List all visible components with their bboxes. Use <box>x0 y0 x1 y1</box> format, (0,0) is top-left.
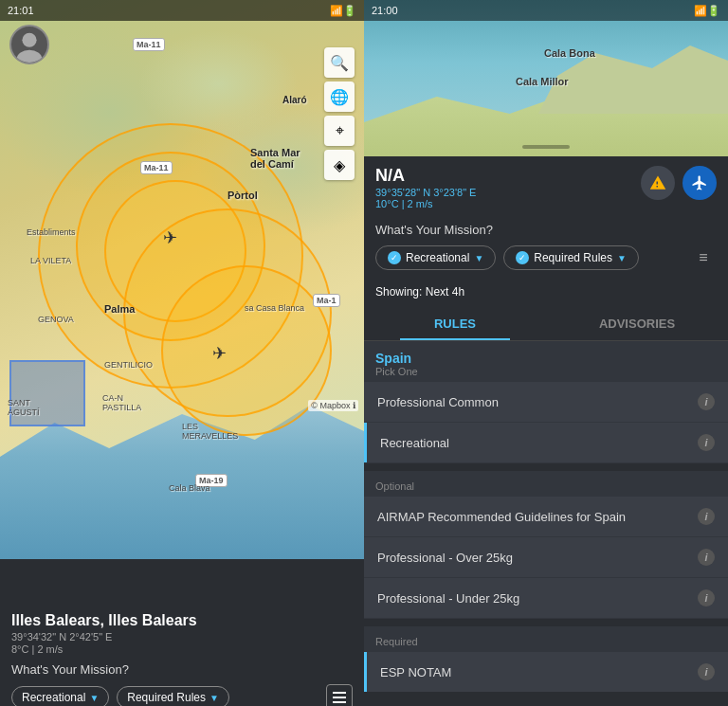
chevron-down-icon-right1: ▼ <box>474 253 483 263</box>
city-alaro: Alaró <box>282 95 307 105</box>
label-lesmeravelles: LESMERAVELLES <box>182 422 238 441</box>
info-icon-esp-notam[interactable]: i <box>698 663 715 680</box>
tab-advisories[interactable]: ADVISORIES <box>546 307 728 340</box>
optional-section-header: Optional <box>364 471 728 496</box>
rule-label-esp-notam: ESP NOTAM <box>380 665 451 679</box>
info-icon-over25[interactable]: i <box>698 549 715 566</box>
left-coords: 39°34'32" N 2°42'5" E <box>11 631 353 643</box>
road-label-ma11-2: Ma-11 <box>140 161 173 174</box>
tabs-bar: RULES ADVISORIES <box>364 307 728 341</box>
label-gentilicio: GENTILICIO <box>104 360 153 370</box>
zone-circle-5 <box>161 265 332 436</box>
left-rules-dropdown[interactable]: Required Rules ▼ <box>117 686 229 706</box>
rule-label-professional-common: Professional Common <box>377 395 499 409</box>
svg-point-0 <box>22 33 36 47</box>
rule-item-professional-over25[interactable]: Professional - Over 25kg i <box>364 537 728 577</box>
hamburger-line-3 <box>333 701 346 703</box>
road-label-ma11-3: Ma-1 <box>313 294 340 307</box>
right-status-icons: 📶🔋 <box>694 5 720 17</box>
rule-label-professional-under25: Professional - Under 25kg <box>377 591 519 606</box>
rule-item-esp-notam[interactable]: ESP NOTAM i <box>364 652 728 692</box>
rule-item-professional-common[interactable]: Professional Common i <box>364 382 728 422</box>
section-divider-2 <box>364 619 728 626</box>
chevron-down-icon-1: ▼ <box>89 693 99 703</box>
map-toolbar: 🔍 🌐 ⌖ ◈ <box>324 47 355 180</box>
location-header: N/A 39°35'28" N 3°23'8" E 10°C | 2 m/s <box>364 156 728 217</box>
chevron-down-icon-right2: ▼ <box>617 253 627 263</box>
city-portol: Pòrtol <box>228 190 258 201</box>
left-location-name: Illes Balears, Illes Balears <box>11 612 353 629</box>
left-status-icons: 📶🔋 <box>330 5 356 17</box>
map-handle <box>522 145 570 149</box>
mapbox-attribution: © Mapbox ℹ <box>308 400 358 411</box>
label-calablava: Cala Blava <box>169 483 210 493</box>
chevron-down-icon-2: ▼ <box>209 693 219 703</box>
layers-btn[interactable]: ◈ <box>324 150 355 180</box>
label-canpastilla: CA-NPASTILLA <box>102 393 141 412</box>
spain-country-label: Spain <box>375 351 717 366</box>
right-content: N/A 39°35'28" N 3°23'8" E 10°C | 2 m/s W… <box>364 156 728 706</box>
info-icon-under25[interactable]: i <box>698 589 715 606</box>
pill-check-icon: ✓ <box>388 251 401 264</box>
right-weather: 10°C | 2 m/s <box>375 198 476 209</box>
rule-label-professional-over25: Professional - Over 25kg <box>377 551 513 565</box>
label-sacasablanca: sa Casa Blanca <box>245 303 304 313</box>
globe-btn[interactable]: 🌐 <box>324 81 355 112</box>
left-time: 21:01 <box>8 5 34 16</box>
tab-rules[interactable]: RULES <box>364 307 546 340</box>
label-genova: GENOVA <box>38 315 74 324</box>
section-divider-1 <box>364 463 728 471</box>
road-label-ma11-1: Ma-11 <box>133 38 165 51</box>
right-map-preview: 21:00 📶🔋 Cala Bona Cala Millor <box>364 0 728 156</box>
label-establiments: Establiments <box>27 227 76 237</box>
showing-row: Showing: Next 4h <box>364 279 728 307</box>
left-mission-label: What's Your Mission? <box>11 662 353 677</box>
rule-item-airmap-guidelines[interactable]: AIRMAP Recommended Guidelines for Spain … <box>364 497 728 536</box>
right-recreational-dropdown[interactable]: ✓ Recreational ▼ <box>375 245 496 270</box>
required-label: Required <box>375 636 717 647</box>
right-action-buttons <box>641 166 717 200</box>
rule-item-professional-under25[interactable]: Professional - Under 25kg i <box>364 578 728 618</box>
rule-item-recreational[interactable]: Recreational i <box>364 423 728 462</box>
search-btn[interactable]: 🔍 <box>324 47 355 78</box>
avatar[interactable] <box>9 25 49 64</box>
location-info: N/A 39°35'28" N 3°23'8" E 10°C | 2 m/s <box>375 166 476 209</box>
map-label-calamilloR: Cala Millor <box>516 76 569 87</box>
right-panel: 21:00 📶🔋 Cala Bona Cala Millor N/A 39°35… <box>364 0 728 706</box>
info-icon-professional-common[interactable]: i <box>698 393 715 410</box>
left-mission-dropdowns: Recreational ▼ Required Rules ▼ <box>11 684 353 706</box>
right-warning-button[interactable] <box>641 166 675 200</box>
info-icon-airmap[interactable]: i <box>698 508 715 525</box>
required-section-header: Required <box>364 626 728 651</box>
right-rules-dropdown[interactable]: ✓ Required Rules ▼ <box>503 245 639 270</box>
left-weather: 8°C | 2 m/s <box>11 643 353 655</box>
city-santamar: Santa Mardel Camí <box>250 147 300 170</box>
right-fly-button[interactable] <box>682 166 717 200</box>
hamburger-line-2 <box>333 697 346 698</box>
rule-label-airmap-guidelines: AIRMAP Recommended Guidelines for Spain <box>377 510 626 524</box>
left-recreational-dropdown[interactable]: Recreational ▼ <box>11 686 109 706</box>
hamburger-line-1 <box>333 692 346 694</box>
label-santagusti: SANTAGUSTÍ <box>8 398 40 417</box>
filter-button[interactable]: ≡ <box>690 244 717 271</box>
airplane-icon-1: ✈ <box>163 227 177 248</box>
map-label-calabona: Cala Bona <box>544 47 595 59</box>
pill-check-icon-2: ✓ <box>516 251 529 264</box>
right-mission-row: ✓ Recreational ▼ ✓ Required Rules ▼ ≡ <box>375 244 717 271</box>
spain-pick-one: Pick One <box>375 366 717 377</box>
right-mission-title: What's Your Mission? <box>375 223 717 237</box>
right-time: 21:00 <box>372 5 398 16</box>
left-panel: 21:01 📶🔋 ✈ ✈ Ma-11 Ma-11 Ma-1 Ma-19 Palm… <box>0 0 364 706</box>
right-status-bar: 21:00 📶🔋 <box>364 0 728 21</box>
spain-section-header: Spain Pick One <box>364 341 728 381</box>
bottom-info-panel: Illes Balears, Illes Balears 39°34'32" N… <box>0 559 364 706</box>
right-mission-section: What's Your Mission? ✓ Recreational ▼ ✓ … <box>364 217 728 279</box>
optional-label: Optional <box>375 480 717 492</box>
left-status-bar: 21:01 📶🔋 <box>0 0 364 21</box>
left-map[interactable]: ✈ ✈ Ma-11 Ma-11 Ma-1 Ma-19 Palma Pòrtol … <box>0 0 364 559</box>
right-coords: 39°35'28" N 3°23'8" E <box>375 187 476 198</box>
hamburger-menu-button[interactable] <box>326 684 353 706</box>
info-icon-recreational[interactable]: i <box>698 434 715 451</box>
airplane-icon-2: ✈ <box>212 343 227 364</box>
location-btn[interactable]: ⌖ <box>324 116 355 146</box>
